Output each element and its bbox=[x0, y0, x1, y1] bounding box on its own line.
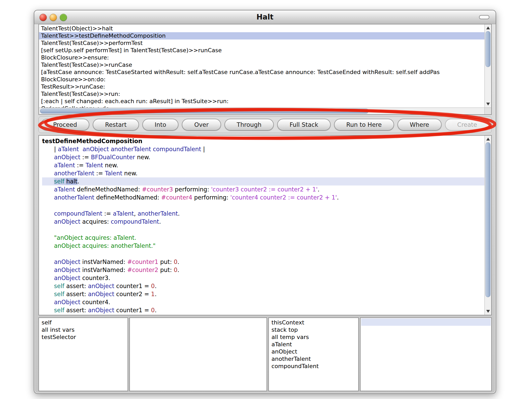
stack-frame[interactable]: TestResult>>runCase: bbox=[39, 83, 484, 90]
code-line bbox=[42, 202, 484, 210]
code-line: "anObject acquires: aTalent. bbox=[42, 234, 484, 242]
stack-frame[interactable]: TalentTest(Object)>>halt bbox=[39, 25, 484, 32]
zoom-button[interactable] bbox=[60, 14, 67, 21]
code-line: compoundTalent := aTalent, anotherTalent… bbox=[42, 210, 484, 218]
code-line: anObject acquires: compoundTalent. bbox=[42, 218, 484, 226]
code-line bbox=[42, 250, 484, 258]
scroll-down-icon[interactable] bbox=[486, 310, 490, 313]
scroll-up-icon[interactable] bbox=[486, 26, 490, 29]
code-line: self assert: anObject counter1 = 0. bbox=[42, 306, 484, 314]
stack-frame[interactable]: TalentTest(TestCase)>>performTest bbox=[39, 39, 484, 47]
into-button[interactable]: Into bbox=[142, 119, 179, 131]
code-vertical-scrollbar[interactable] bbox=[484, 136, 491, 315]
inspector-item[interactable]: stack top bbox=[271, 326, 356, 334]
run-to-here-button[interactable]: Run to Here bbox=[334, 119, 394, 131]
traffic-lights bbox=[39, 14, 67, 21]
code-line: anObject instVarNamed: #counter2 put: 0. bbox=[42, 266, 484, 274]
window-title: Halt bbox=[34, 10, 496, 24]
code-line: self assert: anObject counter2 = 1. bbox=[42, 290, 484, 298]
code-line: self halt. bbox=[42, 177, 484, 185]
inspector-item[interactable]: thisContext bbox=[271, 319, 356, 326]
minimize-button[interactable] bbox=[50, 14, 57, 21]
proceed-button[interactable]: Proceed bbox=[41, 119, 89, 131]
source-code-editor[interactable]: testDefineMethodComposition| aTalent anO… bbox=[39, 136, 484, 315]
code-line: anotherTalent := Talent new. bbox=[42, 169, 484, 177]
stack-frame[interactable]: TalentTest(TestCase)>>runCase bbox=[39, 61, 484, 69]
inspector-item[interactable]: compoundTalent bbox=[271, 363, 356, 370]
scroll-up-icon[interactable] bbox=[486, 138, 490, 141]
create-button: Create bbox=[445, 119, 489, 131]
code-line: | aTalent anObject anotherTalent compoun… bbox=[42, 145, 484, 153]
stack-frame[interactable]: OrderedCollection>>do: bbox=[39, 105, 484, 108]
code-line: aTalent := Talent new. bbox=[42, 161, 484, 169]
code-line: aTalent defineMethodNamed: #counter3 per… bbox=[42, 185, 484, 194]
restart-button[interactable]: Restart bbox=[93, 119, 139, 131]
close-button[interactable] bbox=[39, 14, 47, 21]
titlebar[interactable]: Halt bbox=[34, 10, 496, 24]
stack-pane: TalentTest(Object)>>haltTalentTest>>test… bbox=[38, 24, 492, 115]
stack-frame[interactable]: [:each | self changed: each.each run: aR… bbox=[39, 98, 484, 105]
inspector-item[interactable]: self bbox=[42, 319, 125, 326]
stack-vscroll-thumb[interactable] bbox=[486, 31, 490, 67]
inspector-item[interactable]: anObject bbox=[271, 348, 356, 355]
inspector-context-value[interactable] bbox=[360, 317, 492, 391]
inspector-item[interactable]: all inst vars bbox=[42, 326, 125, 334]
stack-frame[interactable]: TalentTest>>testDefineMethodComposition bbox=[39, 32, 484, 39]
over-button[interactable]: Over bbox=[182, 119, 221, 131]
full-stack-button[interactable]: Full Stack bbox=[277, 119, 330, 131]
stack-horizontal-scrollbar[interactable] bbox=[39, 108, 484, 114]
debugger-window: Halt TalentTest(Object)>>haltTalentTest>… bbox=[34, 10, 496, 394]
code-line: self assert: anObject counter1 = 0. bbox=[42, 282, 484, 290]
stack-frame[interactable]: TalentTest(TestCase)>>run: bbox=[39, 90, 484, 98]
stack-frame[interactable]: [self setUp.self performTest] in TalentT… bbox=[39, 47, 484, 54]
code-line: anObject := BFDualCounter new. bbox=[42, 153, 484, 161]
collapse-widget[interactable] bbox=[479, 15, 489, 19]
stack-hscroll-thumb[interactable] bbox=[40, 109, 369, 114]
stack-frame[interactable]: BlockClosure>>ensure: bbox=[39, 54, 484, 61]
inspector-receiver[interactable]: selfall inst varstestSelector bbox=[38, 317, 128, 391]
stack-frame[interactable]: BlockClosure>>on:do: bbox=[39, 76, 484, 83]
code-line: anObject acquires: anotherTalent." bbox=[42, 242, 484, 250]
inspector-receiver-value[interactable] bbox=[129, 317, 267, 391]
code-line: anObject counter4. bbox=[42, 298, 484, 306]
scroll-down-icon[interactable] bbox=[486, 103, 490, 105]
code-line: anObject counter3. bbox=[42, 274, 484, 282]
code-line: testDefineMethodComposition bbox=[42, 137, 484, 145]
stack-list: TalentTest(Object)>>haltTalentTest>>test… bbox=[39, 24, 484, 108]
code-pane[interactable]: testDefineMethodComposition| aTalent anO… bbox=[38, 135, 492, 315]
through-button[interactable]: Through bbox=[224, 119, 274, 131]
stack-vertical-scrollbar[interactable] bbox=[484, 24, 491, 108]
code-line: anObject instVarNamed: #counter1 put: 0. bbox=[42, 258, 484, 266]
selection-strip bbox=[361, 318, 491, 326]
code-line: anotherTalent defineMethodNamed: #counte… bbox=[42, 194, 484, 202]
inspector-row: selfall inst varstestSelector thisContex… bbox=[38, 317, 492, 391]
inspector-item[interactable]: testSelector bbox=[42, 334, 125, 341]
code-line bbox=[42, 226, 484, 234]
debugger-toolbar: ProceedRestartIntoOverThroughFull StackR… bbox=[38, 116, 492, 133]
where-button[interactable]: Where bbox=[397, 119, 442, 131]
stack-frame[interactable]: [aTestCase announce: TestCaseStarted wit… bbox=[39, 69, 484, 76]
inspector-item[interactable]: anotherTalent bbox=[271, 355, 356, 363]
code-vscroll-thumb[interactable] bbox=[486, 142, 490, 297]
inspector-item[interactable]: aTalent bbox=[271, 341, 356, 348]
inspector-context[interactable]: thisContextstack topall temp varsaTalent… bbox=[268, 317, 359, 391]
scrollbar-corner bbox=[484, 108, 491, 114]
inspector-item[interactable]: all temp vars bbox=[271, 334, 356, 341]
